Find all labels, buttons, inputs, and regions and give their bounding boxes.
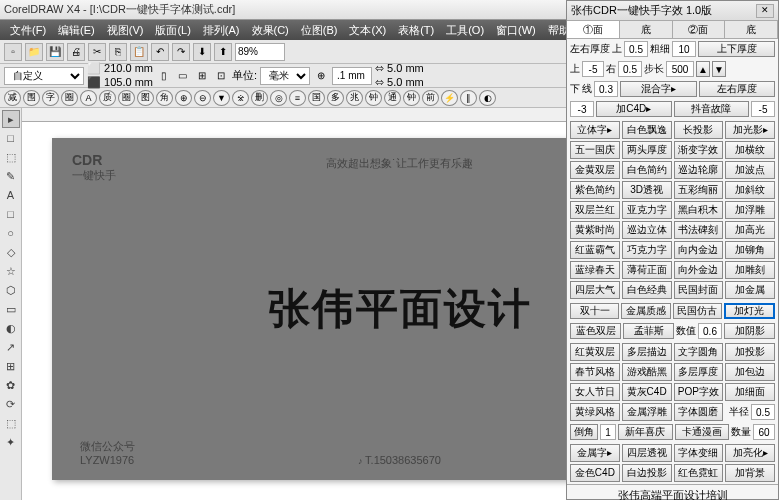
r8-v[interactable]: [600, 424, 616, 440]
effect-btn-grid1-26[interactable]: 向内金边: [674, 241, 724, 259]
tab-face1[interactable]: ①面: [567, 21, 620, 38]
r2-v2[interactable]: [618, 61, 642, 77]
unit-select[interactable]: 毫米: [260, 67, 310, 85]
btn-memphis[interactable]: 孟菲斯: [623, 323, 674, 339]
effect-btn-grid4-7[interactable]: 加背景: [725, 464, 775, 482]
menu-layout[interactable]: 版面(L): [149, 21, 196, 40]
btn-lr-thick[interactable]: 左右厚度: [699, 81, 776, 97]
tab-face2[interactable]: ②面: [673, 21, 726, 38]
effect-btn-grid3-7[interactable]: 加包边: [725, 363, 775, 381]
effect-btn-grid1-19[interactable]: 加浮雕: [725, 201, 775, 219]
paste-icon[interactable]: 📋: [130, 43, 148, 61]
effect-btn-grid1-33[interactable]: 白色经典: [622, 281, 672, 299]
effect-btn-grid3-5[interactable]: 游戏酷黑: [622, 363, 672, 381]
circle-tool-7[interactable]: 图: [137, 90, 154, 106]
menu-view[interactable]: 视图(V): [101, 21, 150, 40]
cut-icon[interactable]: ✂: [88, 43, 106, 61]
tool-8[interactable]: ☆: [2, 262, 20, 280]
effect-btn-grid1-20[interactable]: 黄紫时尚: [570, 221, 620, 239]
r8-v2[interactable]: [753, 424, 775, 440]
nudge-icon[interactable]: ⊕: [313, 68, 329, 84]
effect-btn-grid3-6[interactable]: 多层厚度: [674, 363, 724, 381]
effect-btn-grid3-9[interactable]: 黄灰C4D: [622, 383, 672, 401]
btn-newyear[interactable]: 新年喜庆: [618, 424, 673, 440]
menu-edit[interactable]: 编辑(E): [52, 21, 101, 40]
new-icon[interactable]: ▫: [4, 43, 22, 61]
pages-icon[interactable]: ⊞: [194, 68, 210, 84]
effect-btn-grid4-1[interactable]: 四层透视: [622, 444, 672, 462]
btn-1111[interactable]: 双十一: [570, 303, 619, 319]
tab-back2[interactable]: 底: [725, 21, 778, 38]
circle-tool-20[interactable]: 通: [384, 90, 401, 106]
tool-4[interactable]: A: [2, 186, 20, 204]
effect-btn-grid3-12[interactable]: 黄绿风格: [570, 403, 620, 421]
effect-btn-grid4-6[interactable]: 红色霓虹: [674, 464, 724, 482]
effect-btn-grid1-5[interactable]: 两头厚度: [622, 141, 672, 159]
tool-16[interactable]: ⬚: [2, 414, 20, 432]
menu-file[interactable]: 文件(F): [4, 21, 52, 40]
effect-btn-grid1-12[interactable]: 紫色简约: [570, 181, 620, 199]
effect-btn-grid1-3[interactable]: 加光影▸: [725, 121, 775, 139]
effect-btn-grid1-25[interactable]: 巧克力字: [622, 241, 672, 259]
effect-btn-grid3-13[interactable]: 金属浮雕: [622, 403, 672, 421]
effect-btn-grid1-29[interactable]: 薄荷正面: [622, 261, 672, 279]
effect-btn-grid1-2[interactable]: 长投影: [674, 121, 724, 139]
tool-9[interactable]: ⬡: [2, 281, 20, 299]
effect-btn-grid1-15[interactable]: 加斜纹: [725, 181, 775, 199]
btn-chamfer[interactable]: 倒角: [570, 424, 598, 440]
tool-10[interactable]: ▭: [2, 300, 20, 318]
tool-6[interactable]: ○: [2, 224, 20, 242]
effect-btn-grid4-2[interactable]: 字体变细: [674, 444, 724, 462]
effect-btn-grid1-8[interactable]: 金黄双层: [570, 161, 620, 179]
effect-btn-grid1-4[interactable]: 五一国庆: [570, 141, 620, 159]
effect-btn-grid1-10[interactable]: 巡边轮廓: [674, 161, 724, 179]
r6-v[interactable]: [698, 323, 722, 339]
preset-select[interactable]: 自定义: [4, 67, 84, 85]
circle-tool-9[interactable]: ⊕: [175, 90, 192, 106]
portrait-icon[interactable]: ▯: [156, 68, 172, 84]
menu-arrange[interactable]: 排列(A): [197, 21, 246, 40]
r4-v[interactable]: [570, 101, 594, 117]
circle-tool-23[interactable]: ⚡: [441, 90, 458, 106]
circle-tool-17[interactable]: 多: [327, 90, 344, 106]
effect-btn-grid1-16[interactable]: 双层兰红: [570, 201, 620, 219]
circle-tool-0[interactable]: 减: [4, 90, 21, 106]
effect-btn-grid1-13[interactable]: 3D透视: [622, 181, 672, 199]
effect-btn-grid1-1[interactable]: 白色飘逸: [622, 121, 672, 139]
effect-btn-grid1-34[interactable]: 民国封面: [674, 281, 724, 299]
effect-btn-grid1-0[interactable]: 立体字▸: [570, 121, 620, 139]
effect-btn-grid1-28[interactable]: 蓝绿春天: [570, 261, 620, 279]
effect-btn-grid1-31[interactable]: 加雕刻: [725, 261, 775, 279]
tool-12[interactable]: ↗: [2, 338, 20, 356]
effect-btn-grid3-10[interactable]: POP字效: [674, 383, 724, 401]
effect-btn-grid3-3[interactable]: 加投影: [725, 343, 775, 361]
circle-tool-15[interactable]: ≡: [289, 90, 306, 106]
btn-retro[interactable]: 民国仿古: [673, 303, 722, 319]
circle-tool-25[interactable]: ◐: [479, 90, 496, 106]
tool-11[interactable]: ◐: [2, 319, 20, 337]
circle-tool-24[interactable]: ∥: [460, 90, 477, 106]
effect-btn-grid3-11[interactable]: 加细面: [725, 383, 775, 401]
undo-icon[interactable]: ↶: [151, 43, 169, 61]
circle-tool-10[interactable]: ⊖: [194, 90, 211, 106]
r3-v2[interactable]: [594, 81, 618, 97]
menu-bitmap[interactable]: 位图(B): [295, 21, 344, 40]
effect-btn-grid1-18[interactable]: 黑白积木: [674, 201, 724, 219]
step-down-button[interactable]: ▼: [712, 61, 726, 77]
r7-v[interactable]: [751, 404, 775, 420]
circle-tool-16[interactable]: 国: [308, 90, 325, 106]
effect-btn-grid1-17[interactable]: 亚克力字: [622, 201, 672, 219]
tool-17[interactable]: ✦: [2, 433, 20, 451]
tool-1[interactable]: □: [2, 129, 20, 147]
menu-window[interactable]: 窗口(W): [490, 21, 542, 40]
effect-btn-grid4-5[interactable]: 白边投影: [622, 464, 672, 482]
btn-blend[interactable]: 混合字▸: [620, 81, 697, 97]
effect-btn-grid1-21[interactable]: 巡边立体: [622, 221, 672, 239]
btn-c4d[interactable]: 加C4D▸: [596, 101, 672, 117]
export-icon[interactable]: ⬆: [214, 43, 232, 61]
btn-blue2[interactable]: 蓝色双层: [570, 323, 621, 339]
landscape-icon[interactable]: ▭: [175, 68, 191, 84]
r4-v2[interactable]: [751, 101, 775, 117]
menu-effects[interactable]: 效果(C): [246, 21, 295, 40]
circle-tool-21[interactable]: 钟: [403, 90, 420, 106]
